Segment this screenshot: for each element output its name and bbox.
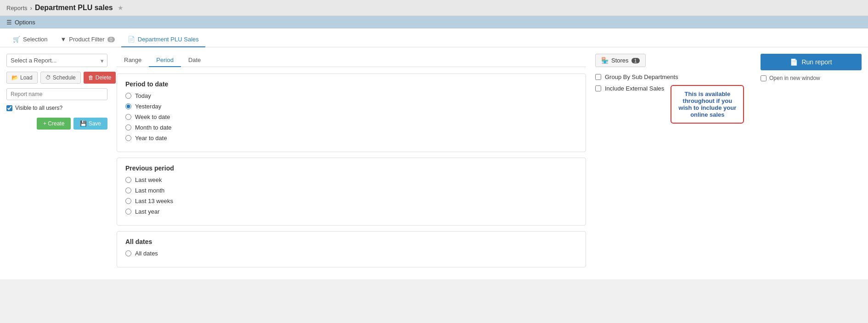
period-tab-label: Period [156,57,174,63]
load-label: Load [20,74,33,81]
tab-period[interactable]: Period [149,54,181,67]
dept-plu-icon: 📄 [128,36,135,43]
visible-to-all-label: Visible to all users? [15,105,62,111]
tab-range[interactable]: Range [117,54,149,67]
stores-label: Stores [611,57,629,64]
tab-selection[interactable]: 🛒 Selection [6,32,54,47]
left-panel: Select a Report... ▾ 📂 Load ⏱ Schedule 🗑… [6,54,107,130]
visible-to-all-checkbox[interactable] [6,105,12,111]
body-row: Select a Report... ▾ 📂 Load ⏱ Schedule 🗑… [0,47,868,279]
radio-all-dates: All dates [125,250,577,257]
run-report-label: Run report [801,58,832,66]
product-filter-icon: ▼ [60,36,66,43]
last-year-radio[interactable] [125,209,131,215]
select-report-wrapper: Select a Report... ▾ [6,54,107,67]
reports-link[interactable]: Reports [6,5,28,11]
page-title: Department PLU sales [35,4,113,12]
visible-checkbox-row: Visible to all users? [6,105,107,111]
stores-badge: 1 [631,58,640,63]
today-radio[interactable] [125,93,131,99]
product-filter-badge: 0 [107,37,115,42]
last-week-label: Last week [135,176,162,183]
open-new-window-checkbox[interactable] [761,75,767,81]
radio-last-13-weeks: Last 13 weeks [125,198,577,204]
group-by-sub-departments-checkbox[interactable] [595,74,601,80]
create-button[interactable]: + Create [37,118,71,130]
create-save-row: + Create 💾 Save [6,118,107,130]
period-to-date-section: Period to date Today Yesterday Week to d… [117,74,586,152]
schedule-icon: ⏱ [45,74,51,81]
yesterday-radio[interactable] [125,103,131,109]
radio-yesterday: Yesterday [125,103,577,110]
range-tab-label: Range [124,57,141,63]
center-panel: Range Period Date Period to date Today [117,54,586,273]
report-name-input[interactable] [6,88,107,100]
open-new-window-label: Open in new window [769,75,820,81]
run-report-icon: 📄 [790,58,798,66]
trash-icon: 🗑 [88,74,94,81]
period-to-date-title: Period to date [125,80,577,88]
save-button[interactable]: 💾 Save [73,118,107,130]
schedule-label: Schedule [53,74,76,81]
include-external-sales-row: Include External Sales [595,85,664,92]
far-right-panel: 📄 Run report Open in new window [761,54,862,81]
load-icon: 📂 [11,74,18,81]
schedule-button[interactable]: ⏱ Schedule [40,72,81,84]
all-dates-radio[interactable] [125,250,131,256]
week-to-date-label: Week to date [135,113,170,120]
save-label: 💾 Save [80,120,101,127]
radio-week-to-date: Week to date [125,113,577,120]
radio-today: Today [125,92,577,99]
run-report-button[interactable]: 📄 Run report [761,54,862,70]
year-to-date-radio[interactable] [125,135,131,141]
open-new-window-row: Open in new window [761,75,820,81]
date-tab-label: Date [188,57,201,63]
load-button[interactable]: 📂 Load [6,72,38,84]
last-13-weeks-label: Last 13 weeks [135,198,173,204]
options-icon: ☰ [6,19,12,26]
main-content: 🛒 Selection ▼ Product Filter 0 📄 Departm… [0,28,868,279]
radio-last-month: Last month [125,187,577,194]
pin-icon: ★ [118,4,124,11]
selection-tab-label: Selection [23,36,47,43]
group-by-sub-label: Group By Sub Departments [605,74,678,80]
create-label: + Create [43,120,64,127]
last-13-weeks-radio[interactable] [125,198,131,204]
all-dates-label: All dates [135,250,158,257]
radio-month-to-date: Month to date [125,124,577,131]
delete-button[interactable]: 🗑 Delete [84,72,116,84]
tab-date[interactable]: Date [181,54,208,67]
include-external-sales-label: Include External Sales [605,85,664,92]
action-buttons: 📂 Load ⏱ Schedule 🗑 Delete [6,72,107,84]
stores-button[interactable]: 🏪 Stores 1 [595,54,646,67]
tab-dept-plu-sales[interactable]: 📄 Department PLU Sales [121,32,205,47]
options-label: Options [15,19,35,26]
selection-tab-icon: 🛒 [13,36,20,43]
tooltip-callout: This is available throughout if you wish… [671,85,744,124]
week-to-date-radio[interactable] [125,114,131,120]
last-month-label: Last month [135,187,164,194]
dept-plu-label: Department PLU Sales [138,36,199,43]
today-label: Today [135,92,151,99]
previous-period-section: Previous period Last week Last month Las… [117,158,586,226]
last-month-radio[interactable] [125,187,131,193]
radio-year-to-date: Year to date [125,135,577,142]
tab-product-filter[interactable]: ▼ Product Filter 0 [54,32,121,47]
options-bar: ☰ Options [0,16,868,28]
month-to-date-label: Month to date [135,124,172,131]
previous-period-title: Previous period [125,164,577,172]
select-report-dropdown[interactable]: Select a Report... [6,54,107,67]
month-to-date-radio[interactable] [125,125,131,130]
top-tabs-row: 🛒 Selection ▼ Product Filter 0 📄 Departm… [0,28,868,47]
radio-last-year: Last year [125,208,577,215]
product-filter-label: Product Filter [69,36,104,43]
last-week-radio[interactable] [125,177,131,183]
include-external-row: Include External Sales This is available… [595,85,751,124]
include-external-sales-checkbox[interactable] [595,85,601,91]
delete-label: Delete [96,74,112,81]
group-by-sub-depts-row: Group By Sub Departments [595,74,751,80]
breadcrumb-bar: Reports › Department PLU sales ★ [0,0,868,16]
yesterday-label: Yesterday [135,103,161,110]
year-to-date-label: Year to date [135,135,167,142]
radio-last-week: Last week [125,176,577,183]
